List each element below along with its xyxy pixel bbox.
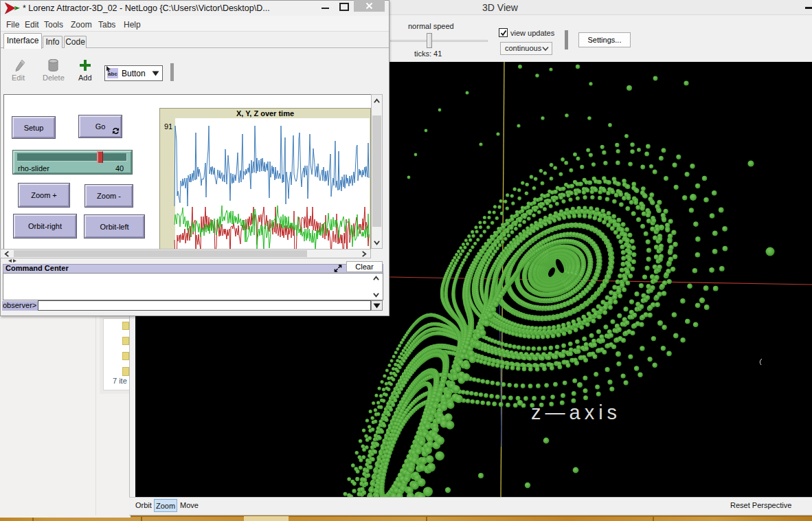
svg-text:z—axis: z—axis	[531, 401, 621, 423]
